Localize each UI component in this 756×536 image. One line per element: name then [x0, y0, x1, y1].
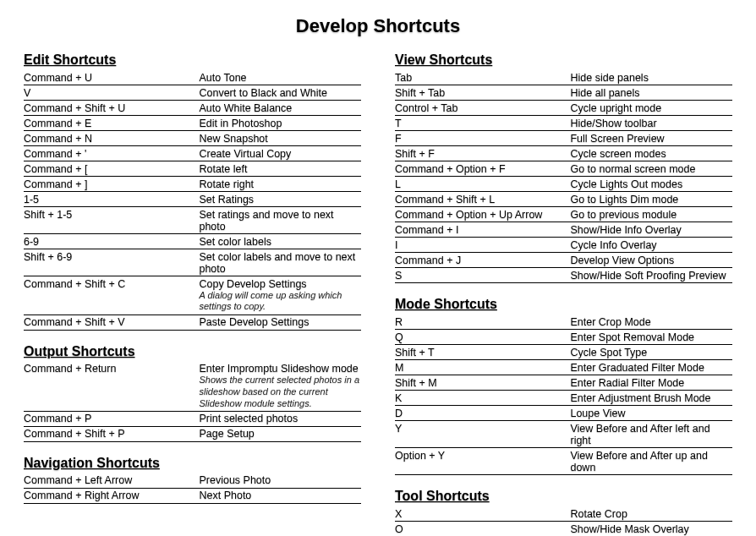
shortcut-row: Command + Shift + UAuto White Balance — [24, 101, 361, 116]
page-title: Develop Shortcuts — [24, 15, 732, 37]
shortcut-desc: Go to normal screen mode — [570, 163, 732, 175]
shortcut-row: REnter Crop Mode — [395, 314, 732, 330]
shortcut-row: Command + Shift + CCopy Develop Settings… — [24, 276, 361, 315]
shortcut-desc-wrap: Cycle Info Overlay — [570, 239, 732, 251]
shortcut-desc: Cycle upright mode — [570, 102, 732, 114]
shortcut-desc: New Snapshot — [199, 133, 361, 145]
shortcut-desc-wrap: Next Photo — [199, 490, 361, 501]
shortcut-row: Command + ReturnEnter Impromptu Slidesho… — [24, 362, 361, 412]
shortcut-row: Shift + TCycle Spot Type — [395, 345, 732, 360]
shortcut-desc-wrap: Cycle upright mode — [570, 102, 732, 114]
shortcut-desc: Create Virtual Copy — [199, 148, 361, 160]
shortcut-desc: Enter Graduated Filter Mode — [570, 362, 732, 374]
shortcut-row: VConvert to Black and White — [24, 85, 361, 101]
shortcut-key: K — [395, 392, 570, 404]
shortcut-desc: Go to previous module — [570, 209, 732, 221]
shortcut-desc-wrap: New Snapshot — [199, 133, 361, 145]
shortcut-row: SShow/Hide Soft Proofing Preview — [395, 268, 732, 283]
shortcut-key: Shift + 1-5 — [24, 209, 199, 221]
shortcut-desc-wrap: Create Virtual Copy — [199, 148, 361, 160]
shortcut-row: Command + PPrint selected photos — [24, 412, 361, 427]
left-column: Edit ShortcutsCommand + UAuto ToneVConve… — [24, 52, 361, 536]
shortcut-row: Control + TabCycle upright mode — [395, 101, 732, 116]
shortcut-desc-wrap: View Before and After up and down — [570, 450, 732, 473]
shortcut-desc-wrap: Paste Develop Settings — [199, 316, 361, 328]
shortcut-desc: Rotate right — [199, 178, 361, 190]
shortcut-row: Command + IShow/Hide Info Overlay — [395, 222, 732, 238]
shortcut-row: Command + Option + FGo to normal screen … — [395, 161, 732, 177]
shortcut-row: Command + Option + Up ArrowGo to previou… — [395, 207, 732, 222]
shortcut-row: Command + ]Rotate right — [24, 177, 361, 192]
shortcut-desc: Enter Crop Mode — [570, 316, 732, 328]
shortcut-desc-wrap: Set ratings and move to next photo — [199, 209, 361, 232]
shortcut-key: X — [395, 508, 570, 520]
shortcut-key: 1-5 — [24, 194, 199, 205]
shortcut-desc-wrap: Loupe View — [570, 407, 732, 419]
shortcut-desc-wrap: Enter Adjustment Brush Mode — [570, 392, 732, 404]
shortcut-key: Command + E — [24, 118, 199, 129]
shortcut-key: Command + Shift + U — [24, 102, 199, 114]
shortcut-row: FFull Screen Preview — [395, 131, 732, 146]
shortcut-desc: Enter Radial Filter Mode — [570, 377, 732, 389]
shortcut-row: Command + EEdit in Photoshop — [24, 116, 361, 131]
shortcut-desc: Enter Impromptu Slideshow mode — [199, 363, 361, 375]
shortcut-desc-wrap: Cycle Lights Out modes — [570, 178, 732, 190]
section-title: Tool Shortcuts — [395, 489, 732, 504]
shortcut-row: Command + Shift + PPage Setup — [24, 427, 361, 442]
section: Output ShortcutsCommand + ReturnEnter Im… — [24, 344, 361, 442]
shortcut-desc-wrap: Enter Radial Filter Mode — [570, 377, 732, 389]
shortcut-desc: Paste Develop Settings — [199, 316, 361, 328]
shortcut-desc: Develop View Options — [570, 254, 732, 266]
shortcut-desc: Full Screen Preview — [570, 133, 732, 145]
shortcut-key: Command + N — [24, 133, 199, 145]
shortcut-row: Command + 'Create Virtual Copy — [24, 146, 361, 161]
shortcut-row: Command + Right ArrowNext Photo — [24, 489, 361, 504]
shortcut-row: Command + [Rotate left — [24, 161, 361, 177]
shortcut-desc-wrap: Previous Photo — [199, 474, 361, 486]
shortcut-key: Y — [395, 423, 570, 435]
shortcut-desc-wrap: Enter Graduated Filter Mode — [570, 362, 732, 374]
shortcut-desc-wrap: Go to Lights Dim mode — [570, 194, 732, 205]
shortcut-key: O — [395, 523, 570, 535]
shortcut-row: QEnter Spot Removal Mode — [395, 330, 732, 345]
shortcut-key: Tab — [395, 72, 570, 84]
shortcut-key: F — [395, 133, 570, 145]
shortcut-row: MEnter Graduated Filter Mode — [395, 360, 732, 375]
shortcut-desc-wrap: Rotate Crop — [570, 508, 732, 520]
shortcut-key: Shift + 6-9 — [24, 251, 199, 263]
shortcut-desc: View Before and After left and right — [570, 423, 732, 446]
shortcut-row: DLoupe View — [395, 406, 732, 421]
shortcut-desc-wrap: Go to normal screen mode — [570, 163, 732, 175]
shortcut-row: 1-5Set Ratings — [24, 192, 361, 207]
shortcut-desc: Hide side panels — [570, 72, 732, 84]
shortcut-row: Shift + FCycle screen modes — [395, 146, 732, 161]
shortcut-desc-wrap: Rotate left — [199, 163, 361, 175]
shortcut-key: Command + Right Arrow — [24, 490, 199, 501]
shortcut-key: Command + Shift + V — [24, 316, 199, 328]
shortcut-desc-wrap: Develop View Options — [570, 254, 732, 266]
section-title: Mode Shortcuts — [395, 297, 732, 312]
shortcut-key: Shift + Tab — [395, 87, 570, 99]
shortcut-desc: Convert to Black and White — [199, 87, 361, 99]
shortcut-row: Command + NNew Snapshot — [24, 131, 361, 146]
shortcut-row: Command + Shift + LGo to Lights Dim mode — [395, 192, 732, 207]
shortcut-key: Command + Shift + C — [24, 278, 199, 290]
shortcut-desc-wrap: Auto White Balance — [199, 102, 361, 114]
shortcut-desc: Cycle Spot Type — [570, 347, 732, 358]
shortcut-key: Command + ] — [24, 178, 199, 190]
shortcut-desc: Loupe View — [570, 407, 732, 419]
shortcut-key: S — [395, 270, 570, 282]
shortcut-desc: Hide all panels — [570, 87, 732, 99]
section-title: Navigation Shortcuts — [24, 456, 361, 471]
shortcut-desc: Cycle Lights Out modes — [570, 178, 732, 190]
shortcut-desc-wrap: Enter Crop Mode — [570, 316, 732, 328]
shortcut-desc: Auto Tone — [199, 72, 361, 84]
shortcut-key: Control + Tab — [395, 102, 570, 114]
section: Edit ShortcutsCommand + UAuto ToneVConve… — [24, 52, 361, 331]
shortcut-desc: Hide/Show toolbar — [570, 118, 732, 129]
shortcut-key: Command + I — [395, 224, 570, 236]
shortcut-desc: Set color labels and move to next photo — [199, 251, 361, 275]
shortcut-desc: Print selected photos — [199, 413, 361, 424]
section: View ShortcutsTabHide side panelsShift +… — [395, 52, 732, 283]
shortcut-key: V — [24, 87, 199, 99]
